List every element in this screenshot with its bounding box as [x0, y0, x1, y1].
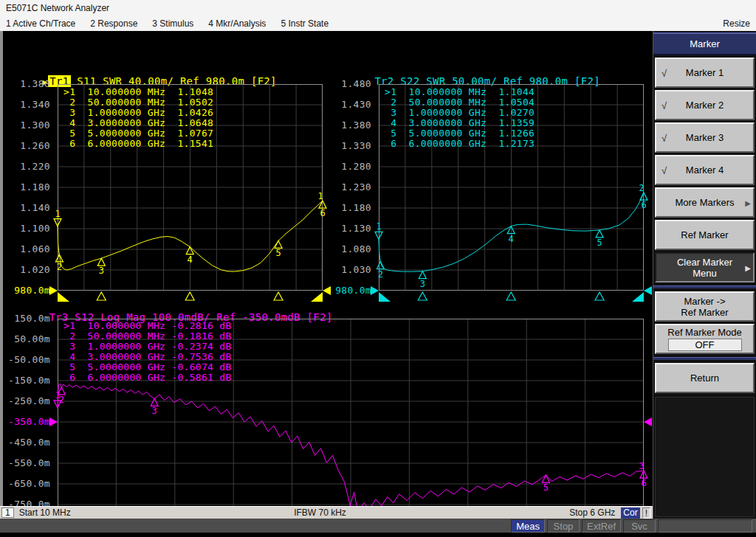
menu-item-1[interactable]: 1 Active Ch/Trace	[6, 18, 75, 29]
trace2-number-label: 2	[639, 183, 644, 193]
trace2-y-axis: 1.4801.4301.3801.3301.2801.2301.1801.130…	[323, 31, 374, 297]
svg-text:6: 6	[641, 200, 646, 210]
softkey-marker-ref-marker[interactable]: Marker ->Ref Marker	[655, 291, 755, 322]
softkey-separator	[653, 285, 756, 288]
state-indicator-meas: Meas	[511, 519, 545, 533]
trace2-header[interactable]: Tr2 S22 SWR 50.00m/ Ref 980.0m [F2]	[336, 63, 600, 75]
softkey-marker-4[interactable]: √Marker 4	[655, 155, 755, 185]
trace3-y-tick: -650.0m	[8, 478, 50, 489]
menu-item-3[interactable]: 3 Stimulus	[152, 18, 193, 29]
trace3-number-label: 3	[639, 461, 644, 471]
trace3-y-tick: -50.00m	[8, 354, 50, 365]
svg-text:5: 5	[597, 238, 602, 248]
softkey-return[interactable]: Return	[655, 363, 755, 393]
svg-text:3: 3	[420, 279, 425, 289]
marker-table-row: 3 1.0000000 GHz 1.0426	[63, 108, 213, 118]
trace3-y-axis: 150.0m50.00m-50.00m-150.0m-250.0m-350.0m…	[0, 31, 53, 506]
trace3-y-tick: -750.0m	[8, 499, 50, 506]
trace2-y-tick: 1.430	[341, 99, 371, 110]
svg-text:1: 1	[376, 221, 381, 232]
state-indicator-svc: Svc	[623, 519, 656, 533]
trace2-marker-5[interactable]: 5	[596, 230, 603, 248]
trace3-marker-table: >1 10.000000 MHz -0.2816 dB 2 50.000000 …	[63, 321, 232, 383]
checkmark-icon: √	[662, 100, 667, 111]
start-frequency: Start 10 MHz	[19, 507, 71, 518]
svg-text:2: 2	[378, 269, 383, 280]
svg-text:5: 5	[543, 482, 549, 493]
svg-text:2: 2	[57, 262, 62, 272]
marker-table-row: >1 10.000000 MHz 1.1044	[385, 87, 535, 97]
menu-item-2[interactable]: 2 Response	[90, 18, 137, 29]
trace3-y-tick: 50.00m	[14, 333, 50, 344]
marker-table-row: 4 3.0000000 GHz 1.1359	[385, 118, 535, 128]
submenu-arrow-icon: ▶	[745, 262, 751, 273]
softkey-sidebar: Marker √Marker 1√Marker 2√Marker 3√Marke…	[653, 31, 756, 519]
app-window: E5071C Network Analyzer 1 Active Ch/Trac…	[0, 0, 756, 537]
softkey-more-markers[interactable]: More Markers▶	[655, 187, 755, 218]
title-bar: E5071C Network Analyzer	[0, 0, 756, 16]
softkey-ref-marker-mode[interactable]: Ref Marker ModeOFF	[655, 324, 755, 354]
marker-table-row: 3 1.0000000 GHz 1.0270	[385, 108, 535, 118]
trace2-y-tick: 1.330	[341, 140, 371, 151]
trace1-marker-3[interactable]: 3	[97, 258, 105, 276]
menu-item-4[interactable]: 4 Mkr/Analysis	[208, 18, 266, 29]
trace1-number-label: 1	[317, 191, 323, 201]
softkey-value: OFF	[668, 339, 742, 351]
svg-text:6: 6	[641, 478, 646, 488]
trace3-y-tick: 150.0m	[14, 313, 50, 324]
trace2-y-tick: 1.030	[341, 264, 371, 275]
menu-item-5[interactable]: 5 Instr State	[281, 18, 329, 29]
trace3-y-tick: -550.0m	[8, 457, 50, 468]
trace1-marker-table: >1 10.000000 MHz 1.1048 2 50.000000 MHz …	[63, 87, 213, 149]
state-indicator-extref: ExtRef	[582, 519, 621, 533]
svg-text:5: 5	[275, 248, 281, 258]
trace2-y-tick: 1.480	[341, 78, 371, 89]
softkey-ref-marker[interactable]: Ref Marker	[655, 220, 755, 250]
softkey-clear-marker-menu[interactable]: Clear MarkerMenu▶	[655, 252, 755, 283]
marker-table-row: 5 5.0000000 GHz 1.1266	[385, 128, 535, 139]
trace2-y-tick: 1.130	[341, 223, 371, 234]
checkmark-icon: √	[662, 67, 667, 78]
softkey-marker-2[interactable]: √Marker 2	[655, 90, 755, 120]
trace2-y-tick: 1.280	[341, 161, 371, 172]
marker-table-row: 2 50.000000 MHz -0.1816 dB	[63, 331, 232, 342]
trace2-y-tick: 1.380	[341, 119, 371, 131]
trace2-marker-3[interactable]: 3	[419, 271, 426, 289]
svg-text:6: 6	[320, 208, 325, 218]
window-title: E5071C Network Analyzer	[6, 3, 109, 13]
submenu-arrow-icon: ▶	[745, 197, 751, 208]
softkey-empty-area	[655, 397, 755, 517]
channel-indicator: 1	[1, 507, 14, 518]
svg-text:3: 3	[99, 266, 104, 276]
trace2-y-tick: 980.0m	[335, 285, 371, 296]
trace3-y-tick: -450.0m	[8, 437, 50, 448]
marker-table-row: 5 5.0000000 GHz 1.0767	[63, 128, 213, 139]
instrument-state-bar: MeasStopExtRefSvc	[0, 519, 756, 537]
ifbw-value: IFBW 70 kHz	[294, 507, 346, 518]
trace2-marker-2[interactable]: 2	[377, 262, 384, 280]
marker-table-row: >1 10.000000 MHz 1.1048	[63, 87, 213, 97]
trace3-y-tick: -250.0m	[8, 395, 50, 406]
svg-text:4: 4	[188, 254, 193, 265]
instrument-screen: ▶Tr1 S11 SWR 40.00m/ Ref 980.0m [F2] Tr2…	[0, 31, 653, 506]
softkey-marker-1[interactable]: √Marker 1	[655, 58, 755, 88]
trace3-y-tick: -150.0m	[8, 375, 50, 386]
warning-badge: !	[642, 507, 650, 519]
softkey-marker-3[interactable]: √Marker 3	[655, 122, 755, 153]
marker-table-row: 2 50.000000 MHz 1.0502	[63, 97, 213, 108]
svg-text:4: 4	[509, 234, 514, 244]
marker-table-row: >1 10.000000 MHz -0.2816 dB	[63, 321, 232, 331]
svg-text:2: 2	[59, 395, 64, 405]
marker-table-row: 2 50.000000 MHz 1.0504	[385, 97, 535, 108]
resize-menu-item[interactable]: Resize	[723, 18, 756, 29]
marker-table-row: 3 1.0000000 GHz -0.2374 dB	[63, 342, 232, 352]
marker-table-row: 4 3.0000000 GHz 1.0648	[63, 118, 213, 128]
correction-badge: Cor	[621, 507, 639, 519]
trace2-y-tick: 1.230	[341, 181, 371, 193]
trace1-marker-5[interactable]: 5	[275, 240, 282, 258]
status-bar: 1 Start 10 MHz IFBW 70 kHz Stop 6 GHz Co…	[0, 506, 653, 519]
softkey-menu-title: Marker	[653, 32, 756, 55]
trace2-y-tick: 1.080	[341, 243, 371, 254]
marker-table-row: 6 6.0000000 GHz -0.5861 dB	[63, 373, 232, 383]
state-indicator-stop: Stop	[547, 519, 580, 533]
